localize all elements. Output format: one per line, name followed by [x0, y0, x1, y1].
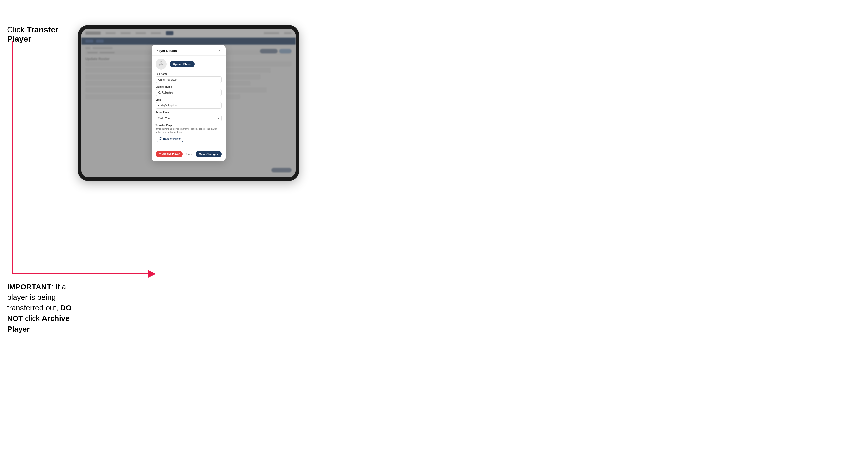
- click-instruction-area: Click Transfer Player: [7, 25, 78, 44]
- full-name-input[interactable]: [156, 76, 222, 83]
- svg-rect-1: [159, 153, 161, 153]
- upload-photo-button[interactable]: Upload Photo: [170, 61, 195, 67]
- school-year-label: School Year: [156, 111, 222, 114]
- transfer-player-button[interactable]: Transfer Player: [156, 136, 184, 142]
- important-instruction-area: IMPORTANT: If a player is being transfer…: [7, 281, 78, 334]
- player-details-modal: Player Details ×: [152, 45, 226, 161]
- modal-header: Player Details ×: [152, 45, 226, 56]
- archive-player-button-label: Archive Player: [162, 153, 180, 155]
- full-name-group: Full Name: [156, 73, 222, 83]
- email-label: Email: [156, 98, 222, 101]
- transfer-section-description: If this player has moved to another scho…: [156, 127, 222, 134]
- email-group: Email: [156, 98, 222, 108]
- svg-marker-5: [148, 270, 156, 278]
- footer-right-actions: Cancel Save Changes: [185, 151, 221, 157]
- archive-player-button[interactable]: Archive Player: [156, 151, 183, 157]
- avatar-placeholder: [156, 59, 167, 70]
- email-input[interactable]: [156, 102, 222, 108]
- important-label: IMPORTANT: [7, 282, 51, 291]
- svg-point-0: [160, 62, 162, 63]
- transfer-section-label: Transfer Player: [156, 124, 222, 127]
- modal-overlay: Player Details ×: [82, 29, 296, 178]
- transfer-player-highlight: Transfer Player: [7, 25, 59, 43]
- archive-icon: [159, 153, 161, 156]
- important-text2: click: [23, 314, 42, 322]
- transfer-player-button-label: Transfer Player: [163, 137, 181, 140]
- display-name-label: Display Name: [156, 86, 222, 88]
- modal-body: Upload Photo Full Name Display Name: [152, 56, 226, 148]
- click-instruction-text: Click Transfer Player: [7, 25, 78, 44]
- modal-title: Player Details: [156, 49, 177, 53]
- important-instruction-text: IMPORTANT: If a player is being transfer…: [7, 281, 78, 334]
- transfer-player-section: Transfer Player If this player has moved…: [156, 124, 222, 142]
- user-icon: [158, 61, 164, 68]
- school-year-select-wrapper: First Year Second Year Third Year Fourth…: [156, 115, 222, 121]
- school-year-group: School Year First Year Second Year Third…: [156, 111, 222, 121]
- tablet-device: Update Roster Pla: [78, 25, 299, 181]
- transfer-icon: [159, 137, 162, 141]
- display-name-input[interactable]: [156, 89, 222, 96]
- save-changes-button[interactable]: Save Changes: [195, 151, 221, 157]
- display-name-group: Display Name: [156, 86, 222, 96]
- modal-footer: Archive Player Cancel Save Changes: [152, 148, 226, 161]
- school-year-select[interactable]: First Year Second Year Third Year Fourth…: [156, 115, 222, 121]
- photo-section: Upload Photo: [156, 59, 222, 70]
- cancel-button[interactable]: Cancel: [185, 153, 193, 156]
- full-name-label: Full Name: [156, 73, 222, 75]
- modal-close-button[interactable]: ×: [217, 48, 222, 53]
- tablet-screen: Update Roster Pla: [82, 29, 296, 178]
